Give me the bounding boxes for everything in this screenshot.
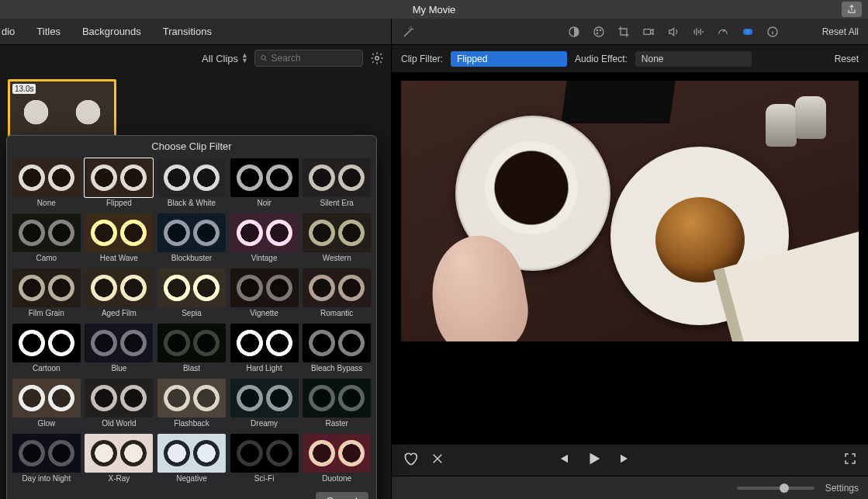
magic-wand-button[interactable] <box>401 24 417 40</box>
volume-button[interactable] <box>666 24 681 40</box>
filter-label: None <box>37 197 56 210</box>
filter-swatch <box>303 213 371 252</box>
share-button[interactable] <box>842 2 862 17</box>
zoom-slider[interactable] <box>737 487 814 490</box>
reset-all-button[interactable]: Reset All <box>822 26 859 37</box>
filter-swatch <box>230 434 299 473</box>
filter-option-negative[interactable]: Negative <box>157 434 227 486</box>
favorite-button[interactable] <box>403 451 418 470</box>
search-input-wrapper[interactable] <box>254 50 363 67</box>
filter-swatch <box>12 434 81 473</box>
stabilization-button[interactable] <box>641 24 656 40</box>
tab-backgrounds[interactable]: Backgrounds <box>82 26 141 37</box>
crop-icon <box>617 26 630 38</box>
filter-option-sepia[interactable]: Sepia <box>157 269 227 321</box>
filter-option-vintage[interactable]: Vintage <box>230 213 299 265</box>
filter-option-aged-film[interactable]: Aged Film <box>85 269 154 321</box>
speed-button[interactable] <box>715 24 731 40</box>
browser-settings-button[interactable] <box>369 50 385 66</box>
clip-filter-button[interactable] <box>740 24 756 40</box>
filter-label: Day into Night <box>22 473 71 486</box>
filter-swatch <box>157 213 226 252</box>
clip-thumbnail[interactable]: 13.0s <box>8 79 116 140</box>
gear-icon <box>370 51 384 65</box>
filter-option-blockbuster[interactable]: Blockbuster <box>157 213 227 265</box>
reject-button[interactable] <box>431 452 444 469</box>
info-icon <box>766 26 779 38</box>
filter-option-old-world[interactable]: Old World <box>85 379 154 431</box>
filter-swatch <box>157 269 226 307</box>
filter-option-day-into-night[interactable]: Day into Night <box>12 434 81 486</box>
fullscreen-button[interactable] <box>843 452 857 469</box>
filter-swatch <box>303 269 371 307</box>
filter-option-heat-wave[interactable]: Heat Wave <box>85 213 154 265</box>
filter-option-dreamy[interactable]: Dreamy <box>230 379 299 431</box>
filter-label: Vignette <box>250 307 278 321</box>
filter-label: Flashback <box>174 418 209 431</box>
filter-label: Bleach Bypass <box>311 362 362 376</box>
preview-viewer <box>392 73 868 445</box>
filter-label: Duotone <box>322 473 351 486</box>
skip-forward-icon <box>618 452 632 466</box>
filter-option-none[interactable]: None <box>12 158 81 210</box>
next-button[interactable] <box>618 452 632 469</box>
tab-audio-partial[interactable]: dio <box>2 26 15 37</box>
clip-filter-label: Clip Filter: <box>401 54 443 64</box>
info-button[interactable] <box>765 24 780 40</box>
noise-reduction-button[interactable] <box>690 24 706 40</box>
tab-transitions[interactable]: Transitions <box>163 26 212 37</box>
filter-label: Camo <box>36 252 57 265</box>
audio-effect-value[interactable]: None <box>635 51 752 67</box>
tab-titles[interactable]: Titles <box>36 26 61 37</box>
svg-point-5 <box>600 29 600 30</box>
play-button[interactable] <box>586 450 603 470</box>
filter-option-raster[interactable]: Raster <box>302 379 372 431</box>
zoom-knob[interactable] <box>780 483 789 493</box>
filter-swatch <box>85 213 153 252</box>
color-balance-button[interactable] <box>566 24 582 40</box>
filter-swatch <box>85 158 153 197</box>
filter-label: Silent Era <box>320 197 354 210</box>
filter-option-vignette[interactable]: Vignette <box>230 269 299 321</box>
filter-option-duotone[interactable]: Duotone <box>302 434 372 486</box>
window-titlebar: My Movie <box>0 0 868 19</box>
crop-button[interactable] <box>616 24 631 40</box>
filter-option-silent-era[interactable]: Silent Era <box>302 158 372 210</box>
filter-option-flipped[interactable]: Flipped <box>85 158 154 210</box>
cancel-button[interactable]: Cancel <box>316 492 368 499</box>
svg-point-4 <box>597 29 597 30</box>
wand-icon <box>402 25 416 39</box>
filter-option-glow[interactable]: Glow <box>12 379 81 431</box>
color-correction-button[interactable] <box>591 24 607 40</box>
palette-icon <box>593 26 605 38</box>
filter-option-bleach-bypass[interactable]: Bleach Bypass <box>302 324 372 376</box>
filter-label: Heat Wave <box>100 252 138 265</box>
equalizer-icon <box>692 26 704 38</box>
filter-swatch <box>157 324 226 362</box>
camera-icon <box>642 26 655 38</box>
filter-option-noir[interactable]: Noir <box>230 158 299 210</box>
clip-filter-popover: Choose Clip Filter NoneFlippedBlack & Wh… <box>6 135 377 499</box>
clips-filter-dropdown[interactable]: All Clips ▲▼ <box>202 53 248 64</box>
filter-option-romantic[interactable]: Romantic <box>302 269 372 321</box>
filter-label: Sci-Fi <box>254 473 275 486</box>
filter-option-sci-fi[interactable]: Sci-Fi <box>230 434 299 486</box>
filter-option-x-ray[interactable]: X-Ray <box>85 434 154 486</box>
search-input[interactable] <box>271 53 358 64</box>
clip-filter-value[interactable]: Flipped <box>451 51 567 67</box>
prev-button[interactable] <box>556 452 570 469</box>
filter-option-black-white[interactable]: Black & White <box>157 158 227 210</box>
timeline-settings-button[interactable]: Settings <box>825 483 859 494</box>
filter-option-cartoon[interactable]: Cartoon <box>12 324 81 376</box>
reset-button[interactable]: Reset <box>835 54 859 64</box>
filter-option-blast[interactable]: Blast <box>157 324 227 376</box>
filter-option-film-grain[interactable]: Film Grain <box>12 269 81 321</box>
filter-option-hard-light[interactable]: Hard Light <box>230 324 299 376</box>
preview-frame[interactable] <box>401 81 859 341</box>
filter-option-blue[interactable]: Blue <box>85 324 154 376</box>
filter-option-camo[interactable]: Camo <box>12 213 81 265</box>
filter-label: Glow <box>37 418 55 431</box>
filter-option-western[interactable]: Western <box>302 213 372 265</box>
filter-option-flashback[interactable]: Flashback <box>157 379 227 431</box>
filter-label: Cartoon <box>33 362 61 376</box>
